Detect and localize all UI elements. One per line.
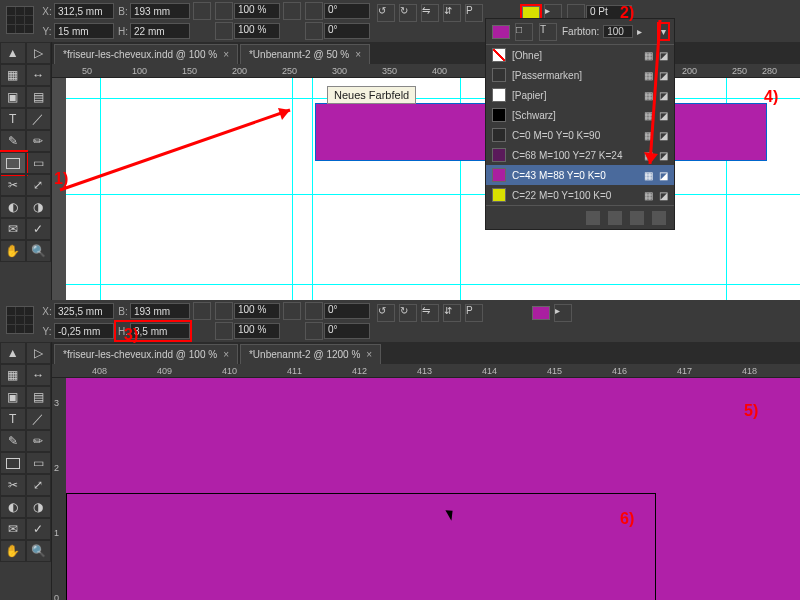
trash-icon[interactable] <box>652 211 666 225</box>
scalex-field[interactable]: 100 % <box>234 303 280 319</box>
gradient-feather-tool[interactable]: ◑ <box>26 196 52 218</box>
shear-field[interactable]: 0° <box>324 323 370 339</box>
flip-h-icon[interactable]: ⇋ <box>421 4 439 22</box>
pencil-tool[interactable]: ✏ <box>26 130 52 152</box>
close-icon[interactable]: × <box>223 49 229 60</box>
angle-field[interactable]: 0° <box>324 3 370 19</box>
scissors-tool[interactable]: ✂ <box>0 474 26 496</box>
new-folder-icon[interactable] <box>608 211 622 225</box>
gradient-feather-tool[interactable]: ◑ <box>26 496 52 518</box>
gap-tool[interactable]: ↔ <box>26 364 52 386</box>
tab-doc2[interactable]: *Unbenannt-2 @ 50 %× <box>240 44 370 64</box>
x-field[interactable]: 312,5 mm <box>54 3 114 19</box>
selection-tool[interactable]: ▲ <box>0 342 26 364</box>
pen-tool[interactable]: ✎ <box>0 430 26 452</box>
selection-tool[interactable]: ▲ <box>0 42 26 64</box>
marker-4: 4) <box>764 88 778 106</box>
type-tool[interactable]: T <box>0 408 26 430</box>
tab-doc2[interactable]: *Unbenannt-2 @ 1200 %× <box>240 344 381 364</box>
transform-tool[interactable]: ⤢ <box>26 474 52 496</box>
swatch-view-icon[interactable] <box>586 211 600 225</box>
x-field[interactable]: 325,5 mm <box>54 303 114 319</box>
swatch-chip <box>492 68 506 82</box>
content-place-tool[interactable]: ▤ <box>26 86 52 108</box>
p-icon[interactable]: P <box>465 4 483 22</box>
shear-field[interactable]: 0° <box>324 23 370 39</box>
w-field[interactable]: 193 mm <box>130 3 190 19</box>
pen-tool[interactable]: ✎ <box>0 130 26 152</box>
close-icon[interactable]: × <box>366 349 372 360</box>
link-scale-icon[interactable] <box>283 302 301 320</box>
scaley-field[interactable]: 100 % <box>234 23 280 39</box>
tint-value[interactable]: 100 <box>603 25 633 38</box>
scale-y-icon <box>215 322 233 340</box>
close-icon[interactable]: × <box>355 49 361 60</box>
panel-text-icon[interactable]: T <box>539 23 557 41</box>
rectangle-tool[interactable] <box>0 452 26 474</box>
w-field[interactable]: 193 mm <box>130 303 190 319</box>
line-tool[interactable]: ／ <box>26 108 52 130</box>
reference-point-grid[interactable] <box>6 306 34 334</box>
scalex-field[interactable]: 100 % <box>234 3 280 19</box>
inner-rectangle[interactable] <box>66 493 656 600</box>
flip-v-icon[interactable]: ⇵ <box>443 4 461 22</box>
content-tool[interactable]: ▣ <box>0 386 26 408</box>
transform-tool[interactable]: ⤢ <box>26 174 52 196</box>
note-tool[interactable]: ✉ <box>0 218 26 240</box>
panel-fill-icon[interactable] <box>492 25 510 39</box>
hand-tool[interactable]: ✋ <box>0 240 26 262</box>
rotate-cw-icon[interactable]: ↻ <box>399 304 417 322</box>
gap-tool[interactable]: ↔ <box>26 64 52 86</box>
content-place-tool[interactable]: ▤ <box>26 386 52 408</box>
scissors-tool[interactable]: ✂ <box>0 174 26 196</box>
control-bar: X:325,5 mm Y:-0,25 mm B:193 mm H:3,5 mm … <box>0 300 800 342</box>
new-swatch-icon[interactable] <box>630 211 644 225</box>
pencil-tool[interactable]: ✏ <box>26 430 52 452</box>
gradient-swatch-tool[interactable]: ◐ <box>0 196 26 218</box>
hand-tool[interactable]: ✋ <box>0 540 26 562</box>
h-field[interactable]: 3,5 mm <box>130 323 190 339</box>
line-tool[interactable]: ／ <box>26 408 52 430</box>
link-wh-icon[interactable] <box>193 302 211 320</box>
swatch-chip <box>492 88 506 102</box>
link-scale-icon[interactable] <box>283 2 301 20</box>
eyedropper-tool[interactable]: ✓ <box>26 518 52 540</box>
zoom-tool[interactable]: 🔍 <box>26 540 52 562</box>
angle-field[interactable]: 0° <box>324 303 370 319</box>
content-tool[interactable]: ▣ <box>0 86 26 108</box>
flip-h-icon[interactable]: ⇋ <box>421 304 439 322</box>
close-icon[interactable]: × <box>223 349 229 360</box>
eyedropper-tool[interactable]: ✓ <box>26 218 52 240</box>
note-tool[interactable]: ✉ <box>0 518 26 540</box>
page-tool[interactable]: ▦ <box>0 364 26 386</box>
y-field[interactable]: -0,25 mm <box>54 323 114 339</box>
rotate-ccw-icon[interactable]: ↺ <box>377 304 395 322</box>
panel-stroke-icon[interactable]: □ <box>515 23 533 41</box>
link-wh-icon[interactable] <box>193 2 211 20</box>
scaley-field[interactable]: 100 % <box>234 323 280 339</box>
direct-select-tool[interactable]: ▷ <box>26 342 52 364</box>
y-field[interactable]: 15 mm <box>54 23 114 39</box>
flip-v-icon[interactable]: ⇵ <box>443 304 461 322</box>
swatch-row[interactable]: C=22 M=0 Y=100 K=0▦◪ <box>486 185 674 205</box>
tab-doc1[interactable]: *friseur-les-cheveux.indd @ 100 %× <box>54 44 238 64</box>
rect-frame-tool[interactable]: ▭ <box>26 452 52 474</box>
zoom-tool[interactable]: 🔍 <box>26 240 52 262</box>
p-icon[interactable]: P <box>465 304 483 322</box>
rectangle-tool[interactable] <box>0 152 26 174</box>
scale-x-icon <box>215 2 233 20</box>
h-field[interactable]: 22 mm <box>130 23 190 39</box>
fill-menu-icon[interactable]: ▸ <box>554 304 572 322</box>
rotate-cw-icon[interactable]: ↻ <box>399 4 417 22</box>
reference-point-grid[interactable] <box>6 6 34 34</box>
rotate-ccw-icon[interactable]: ↺ <box>377 4 395 22</box>
swatch-chip <box>492 128 506 142</box>
fill-swatch[interactable] <box>532 306 550 320</box>
rect-frame-tool[interactable]: ▭ <box>26 152 52 174</box>
tab-doc1[interactable]: *friseur-les-cheveux.indd @ 100 %× <box>54 344 238 364</box>
gradient-swatch-tool[interactable]: ◐ <box>0 496 26 518</box>
page-tool[interactable]: ▦ <box>0 64 26 86</box>
direct-select-tool[interactable]: ▷ <box>26 42 52 64</box>
type-tool[interactable]: T <box>0 108 26 130</box>
canvas[interactable] <box>66 378 800 600</box>
